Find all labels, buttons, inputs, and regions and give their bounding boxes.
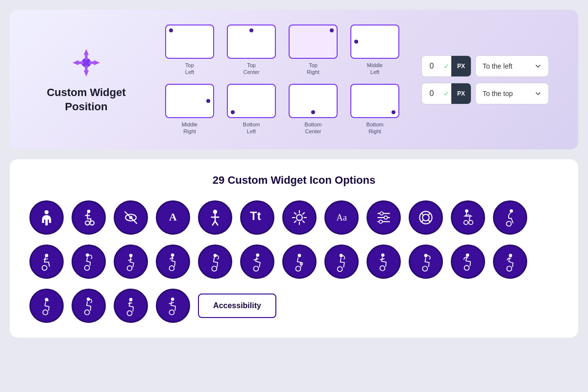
- chevron-down-icon-top: [535, 90, 541, 97]
- svg-point-45: [85, 266, 90, 270]
- icon-wheelchair-alt13[interactable]: [29, 289, 64, 323]
- icon-sliders[interactable]: [367, 200, 401, 235]
- icon-wheelchair-alt15[interactable]: [114, 289, 148, 323]
- direction-left-dropdown[interactable]: To the left: [475, 55, 549, 77]
- svg-point-56: [295, 266, 300, 271]
- position-top-left[interactable]: TopLeft: [163, 24, 217, 76]
- icon-wheelchair-alt9[interactable]: [367, 245, 401, 279]
- svg-text:A: A: [169, 211, 177, 223]
- svg-marker-3: [84, 71, 89, 76]
- position-middle-left[interactable]: MiddleLeft: [348, 24, 402, 76]
- position-box-middle-right[interactable]: [165, 84, 214, 118]
- check-icon-top: ✓: [441, 90, 451, 98]
- svg-point-76: [171, 297, 174, 301]
- svg-point-49: [171, 253, 174, 257]
- icon-person-accessible[interactable]: [29, 200, 64, 235]
- icon-gear[interactable]: [282, 200, 317, 235]
- icon-wheelchair-basic[interactable]: [72, 200, 106, 235]
- position-bottom-right[interactable]: BottomRight: [348, 84, 402, 135]
- dot-bottom-right: [392, 110, 395, 114]
- svg-point-71: [47, 300, 49, 301]
- svg-line-62: [380, 259, 384, 260]
- position-middle-right[interactable]: MiddleRight: [163, 84, 217, 135]
- position-label-middle-right: MiddleRight: [182, 121, 197, 135]
- svg-point-64: [422, 266, 427, 271]
- svg-point-43: [42, 266, 47, 270]
- accessibility-button[interactable]: Accessibility: [198, 294, 276, 318]
- icon-font-aa[interactable]: Aa: [324, 200, 359, 235]
- position-label-top-right: TopRight: [307, 62, 319, 76]
- offset-top-input[interactable]: [422, 89, 441, 98]
- icons-row-3: Accessibility: [29, 289, 559, 323]
- svg-point-66: [464, 266, 469, 270]
- position-top-right[interactable]: TopRight: [286, 24, 340, 76]
- svg-point-11: [85, 221, 89, 225]
- icon-wheelchair-alt1[interactable]: [29, 245, 64, 279]
- dot-bottom-left: [231, 110, 235, 114]
- svg-point-39: [469, 220, 473, 224]
- svg-point-28: [380, 212, 383, 215]
- position-box-top-left[interactable]: [165, 24, 214, 59]
- svg-point-50: [169, 266, 174, 271]
- bottom-panel: 29 Custom Widget Icon Options: [10, 159, 578, 338]
- svg-point-61: [380, 266, 385, 271]
- icon-text-a[interactable]: A: [156, 200, 190, 235]
- svg-point-59: [338, 267, 343, 271]
- icon-wheelchair-tech[interactable]: [451, 200, 485, 235]
- offset-left-input[interactable]: [422, 62, 441, 71]
- icon-wheelchair-alt10[interactable]: [409, 245, 443, 279]
- svg-marker-7: [94, 60, 100, 66]
- position-box-top-right[interactable]: [289, 24, 338, 59]
- offset-left-input-group: ✓ PX: [421, 55, 471, 77]
- icon-lifebuoy[interactable]: [409, 200, 443, 235]
- position-box-top-center[interactable]: [227, 24, 276, 59]
- px-badge-left: PX: [451, 56, 471, 76]
- direction-top-dropdown[interactable]: To the top: [475, 83, 549, 104]
- position-box-middle-left[interactable]: [350, 24, 399, 59]
- position-bottom-left[interactable]: BottomLeft: [224, 84, 278, 135]
- check-icon-left: ✓: [441, 62, 451, 70]
- position-box-bottom-right[interactable]: [350, 84, 399, 118]
- svg-point-73: [85, 310, 90, 315]
- icon-wheelchair-alt16[interactable]: [156, 289, 190, 323]
- icon-wheelchair-alt12[interactable]: [493, 245, 527, 279]
- icon-wheelchair-dynamic[interactable]: [493, 200, 527, 235]
- icon-wheelchair-alt4[interactable]: [156, 245, 190, 279]
- svg-point-30: [379, 220, 383, 223]
- icon-eye-off[interactable]: [114, 200, 148, 235]
- icon-wheelchair-alt14[interactable]: [72, 289, 106, 323]
- direction-left-label: To the left: [483, 62, 513, 70]
- position-top-center[interactable]: TopCenter: [224, 24, 278, 76]
- position-box-bottom-left[interactable]: [227, 84, 276, 118]
- positions-grid: TopLeft TopCenter TopRight MiddleLeft: [163, 24, 402, 135]
- svg-point-9: [45, 210, 49, 214]
- position-box-bottom-center[interactable]: [289, 84, 338, 118]
- svg-rect-4: [85, 65, 87, 71]
- svg-line-33: [421, 213, 423, 215]
- svg-point-32: [422, 214, 429, 220]
- icons-grid: A Tt: [29, 200, 559, 323]
- svg-point-53: [256, 253, 259, 257]
- icon-text-size[interactable]: Tt: [240, 200, 274, 235]
- icon-wheelchair-alt5[interactable]: [198, 245, 232, 279]
- icon-wheelchair-alt7[interactable]: [282, 245, 317, 279]
- dot-middle-left: [354, 40, 358, 44]
- svg-point-67: [509, 254, 512, 257]
- icon-standing-person[interactable]: [198, 200, 232, 235]
- offset-top-row: ✓ PX To the top: [421, 83, 559, 104]
- icon-wheelchair-alt3[interactable]: [114, 245, 148, 279]
- svg-point-70: [43, 310, 48, 315]
- svg-point-52: [212, 266, 217, 271]
- icon-wheelchair-alt6[interactable]: [240, 245, 274, 279]
- svg-point-42: [45, 254, 49, 257]
- icon-wheelchair-alt2[interactable]: [72, 245, 106, 279]
- svg-point-77: [169, 310, 174, 315]
- svg-point-65: [466, 253, 469, 257]
- icon-wheelchair-alt8[interactable]: [324, 245, 359, 279]
- dot-top-right: [330, 28, 334, 32]
- chevron-down-icon-left: [535, 63, 541, 70]
- px-badge-top: PX: [451, 83, 471, 104]
- svg-line-48: [128, 260, 132, 261]
- icon-wheelchair-alt11[interactable]: [451, 245, 485, 279]
- position-bottom-center[interactable]: BottomCenter: [286, 84, 340, 135]
